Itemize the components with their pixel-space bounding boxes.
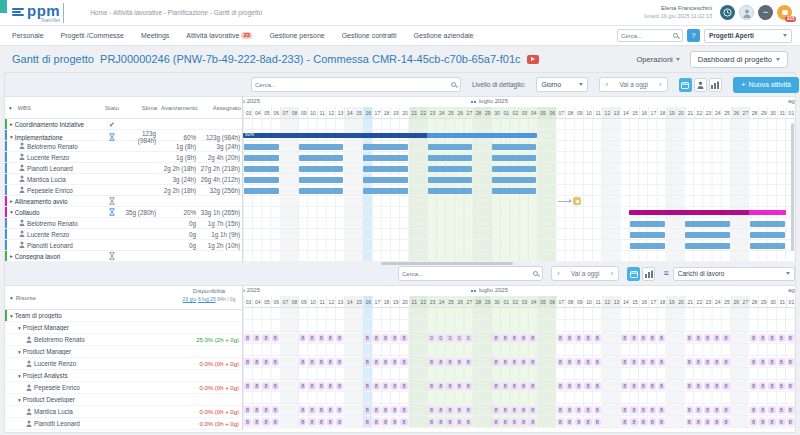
allocation-cell[interactable]: 8 [566,418,573,426]
allocation-cell[interactable]: 8 [557,406,564,414]
gantt-row[interactable]: ▸Allineamento avvio [5,196,242,207]
allocation-cell[interactable]: 8 [704,382,711,390]
resource-row[interactable]: ▾Project Manager [5,322,242,334]
allocation-cell[interactable]: 8 [391,418,398,426]
allocation-cell[interactable]: 8 [391,406,398,414]
summary-bar[interactable] [243,133,537,138]
allocation-cell[interactable]: 8 [529,334,536,342]
vertical-scrollbar[interactable] [791,123,794,251]
allocation-cell[interactable]: 8 [640,334,647,342]
allocation-cell[interactable]: 8 [557,334,564,342]
allocation-cell[interactable]: 8 [584,358,591,366]
allocation-cell[interactable]: 8 [594,382,601,390]
allocation-cell[interactable]: 8 [492,418,499,426]
nav-item-1[interactable]: Personale [12,32,44,39]
gantt-view-button[interactable] [679,78,692,92]
allocation-cell[interactable]: 8 [713,382,720,390]
allocation-cell[interactable]: 8 [511,358,518,366]
allocation-cell[interactable]: 8 [373,382,380,390]
allocation-cell[interactable]: 8 [640,406,647,414]
allocation-cell[interactable]: 8 [492,406,499,414]
allocation-cell[interactable]: 8 [492,358,499,366]
summary-bar[interactable] [629,210,785,215]
allocation-cell[interactable]: 8 [253,382,260,390]
allocation-cell[interactable]: 8 [778,334,785,342]
allocation-cell[interactable]: 8 [566,382,573,390]
nav-item-5[interactable]: Gestione persone [269,32,324,39]
allocation-cell[interactable]: 8 [520,406,527,414]
gantt-row[interactable]: Mantica Lucia3g (24h)26g 4h (212h) [5,174,242,185]
gantt-row[interactable]: Pianotti Leonard0g1g 2h (10h) [5,240,242,251]
allocation-cell[interactable]: 8 [492,334,499,342]
task-bar[interactable] [363,188,408,194]
allocation-cell[interactable]: 8 [621,406,628,414]
task-bar[interactable] [244,188,279,194]
allocation-cell[interactable]: 8 [768,334,775,342]
allocation-cell[interactable]: 8 [750,382,757,390]
gantt-row[interactable]: ▾Implementazione123g (984h)60%123g (984h… [5,130,242,141]
gantt-row[interactable]: Lucente Renzo0g1g 1h (9h) [5,229,242,240]
allocation-cell[interactable]: 8 [787,418,794,426]
allocation-cell[interactable]: 8 [456,382,463,390]
allocation-cell[interactable]: 8 [428,382,435,390]
allocation-cell[interactable]: 8 [575,358,582,366]
allocation-cell[interactable]: 8 [327,418,334,426]
task-bar[interactable] [244,155,279,161]
allocation-cell[interactable]: 8 [695,406,702,414]
allocation-cell[interactable]: 8 [373,358,380,366]
allocation-cell[interactable]: 8 [446,406,453,414]
expand-icon[interactable]: ▸ [10,253,13,259]
expand-icon[interactable]: ▸ [10,198,13,204]
resource-row[interactable]: Mantica Lucia0.0% (0h + 0g) [5,406,242,418]
detail-level-select[interactable]: Giorno [536,77,588,92]
allocation-cell[interactable]: 8 [382,334,389,342]
allocation-cell[interactable]: 8 [640,418,647,426]
allocation-cell[interactable]: 8 [272,358,279,366]
resource-row[interactable]: Lucente Renzo0.0% (0h + 0g) [5,358,242,370]
allocation-cell[interactable]: 8 [446,358,453,366]
allocation-cell[interactable]: 8 [520,382,527,390]
allocation-cell[interactable]: 8 [768,358,775,366]
allocation-cell[interactable]: 8 [759,358,766,366]
avatar[interactable] [739,5,754,20]
histogram-view-button[interactable] [709,78,722,92]
task-bar[interactable] [299,166,344,172]
resource-row[interactable]: Belotremo Renato25.0% (2h + 0g) [5,334,242,346]
allocation-cell[interactable]: 8 [584,334,591,342]
allocation-cell[interactable]: 0 [465,334,472,342]
allocation-cell[interactable]: 8 [713,406,720,414]
task-bar[interactable] [750,243,785,249]
allocation-cell[interactable]: 8 [262,358,269,366]
allocation-cell[interactable]: 8 [640,382,647,390]
allocation-cell[interactable]: 8 [594,418,601,426]
allocation-cell[interactable]: 8 [575,406,582,414]
allocation-cell[interactable]: 8 [244,406,251,414]
allocation-cell[interactable]: 8 [446,382,453,390]
task-bar[interactable] [492,166,537,172]
allocation-cell[interactable]: 8 [502,334,509,342]
allocation-cell[interactable]: 0 [428,334,435,342]
allocation-cell[interactable]: 8 [253,418,260,426]
allocation-cell[interactable]: 8 [704,334,711,342]
allocation-view-button[interactable] [627,267,640,281]
task-bar[interactable] [299,144,344,150]
allocation-cell[interactable]: 8 [713,358,720,366]
allocation-cell[interactable]: 8 [778,418,785,426]
allocation-cell[interactable]: 8 [640,358,647,366]
allocation-cell[interactable]: 8 [759,418,766,426]
allocation-cell[interactable]: 8 [492,382,499,390]
task-bar[interactable] [299,177,344,183]
task-bar[interactable] [428,177,473,183]
allocation-cell[interactable]: 8 [272,382,279,390]
col-stima[interactable]: Stima [123,105,159,111]
allocation-cell[interactable]: 8 [649,358,656,366]
allocation-cell[interactable]: 8 [336,418,343,426]
allocation-cell[interactable]: 8 [584,418,591,426]
allocation-cell[interactable]: 8 [382,358,389,366]
allocation-cell[interactable]: 8 [336,406,343,414]
milestone-marker[interactable] [558,197,581,205]
allocation-cell[interactable]: 8 [787,334,794,342]
allocation-cell[interactable]: 8 [262,406,269,414]
allocation-cell[interactable]: 8 [630,418,637,426]
allocation-cell[interactable]: 8 [262,382,269,390]
